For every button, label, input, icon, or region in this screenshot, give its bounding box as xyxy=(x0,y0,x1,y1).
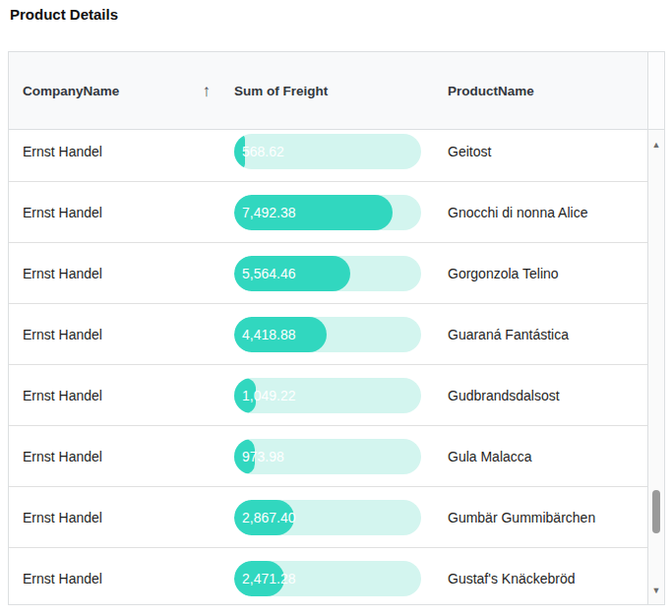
company-cell: Ernst Handel xyxy=(9,510,220,525)
table-row[interactable]: Ernst Handel 973.98 Gula Malacca xyxy=(9,426,647,487)
freight-value: 568.62 xyxy=(242,144,284,159)
freight-value: 1,049.22 xyxy=(242,388,296,403)
header-scroll-spacer xyxy=(647,52,664,129)
company-cell: Ernst Handel xyxy=(9,144,220,159)
product-cell: Gudbrandsdalsost xyxy=(434,388,647,403)
company-cell: Ernst Handel xyxy=(9,327,220,342)
vertical-scrollbar[interactable]: ▲ ▼ xyxy=(647,130,664,604)
column-header-productname[interactable]: ProductName xyxy=(434,84,647,98)
product-cell: Gorgonzola Telino xyxy=(434,266,647,281)
column-header-companyname[interactable]: CompanyName ↑ xyxy=(9,83,220,99)
freight-value: 5,564.46 xyxy=(242,266,296,281)
freight-bar-track: 4,418.88 xyxy=(234,317,421,352)
company-cell: Ernst Handel xyxy=(9,388,220,403)
scroll-up-button[interactable]: ▲ xyxy=(648,140,664,150)
freight-bar-track: 2,867.40 xyxy=(234,500,421,535)
table-row[interactable]: Ernst Handel 2,471.28 Gustaf's Knäckebrö… xyxy=(9,548,647,604)
freight-bar-track: 2,471.28 xyxy=(234,561,421,596)
freight-value: 2,471.28 xyxy=(242,571,296,586)
freight-cell: 5,564.46 xyxy=(220,256,434,291)
freight-bar-track: 5,564.46 xyxy=(234,256,421,291)
freight-cell: 2,867.40 xyxy=(220,500,434,535)
company-cell: Ernst Handel xyxy=(9,571,220,586)
product-cell: Gula Malacca xyxy=(434,449,647,464)
table-row[interactable]: Ernst Handel 5,564.46 Gorgonzola Telino xyxy=(9,243,647,304)
product-cell: Gumbär Gummibärchen xyxy=(434,510,647,525)
scroll-down-button[interactable]: ▼ xyxy=(648,585,664,595)
pivot-grid: CompanyName ↑ Sum of Freight ProductName… xyxy=(8,51,665,605)
freight-cell: 1,049.22 xyxy=(220,378,434,413)
freight-value: 4,418.88 xyxy=(242,327,296,342)
freight-cell: 4,418.88 xyxy=(220,317,434,352)
product-cell: Geitost xyxy=(434,144,647,159)
grid-body: Ernst Handel 568.62 Geitost Ernst Handel… xyxy=(9,130,647,604)
freight-bar-track: 1,049.22 xyxy=(234,378,421,413)
scrollbar-thumb[interactable] xyxy=(652,490,660,533)
grid-header-row: CompanyName ↑ Sum of Freight ProductName xyxy=(9,52,664,130)
freight-value: 7,492.38 xyxy=(242,205,296,220)
freight-bar-track: 973.98 xyxy=(234,439,421,474)
product-cell: Guaraná Fantástica xyxy=(434,327,647,342)
table-row[interactable]: Ernst Handel 568.62 Geitost xyxy=(9,130,647,182)
freight-bar-track: 568.62 xyxy=(234,134,421,169)
freight-cell: 2,471.28 xyxy=(220,561,434,596)
table-row[interactable]: Ernst Handel 7,492.38 Gnocchi di nonna A… xyxy=(9,182,647,243)
table-row[interactable]: Ernst Handel 1,049.22 Gudbrandsdalsost xyxy=(9,365,647,426)
company-cell: Ernst Handel xyxy=(9,449,220,464)
company-cell: Ernst Handel xyxy=(9,266,220,281)
freight-cell: 973.98 xyxy=(220,439,434,474)
column-header-sum-of-freight[interactable]: Sum of Freight xyxy=(220,84,434,98)
sort-ascending-icon[interactable]: ↑ xyxy=(203,83,212,99)
product-cell: Gnocchi di nonna Alice xyxy=(434,205,647,220)
freight-value: 2,867.40 xyxy=(242,510,296,525)
table-row[interactable]: Ernst Handel 4,418.88 Guaraná Fantástica xyxy=(9,304,647,365)
company-cell: Ernst Handel xyxy=(9,205,220,220)
table-row[interactable]: Ernst Handel 2,867.40 Gumbär Gummibärche… xyxy=(9,487,647,548)
product-cell: Gustaf's Knäckebröd xyxy=(434,571,647,586)
column-header-companyname-label: CompanyName xyxy=(23,84,119,98)
grid-viewport: Ernst Handel 568.62 Geitost Ernst Handel… xyxy=(9,130,647,604)
freight-bar-track: 7,492.38 xyxy=(234,195,421,230)
freight-value: 973.98 xyxy=(242,449,284,464)
freight-cell: 7,492.38 xyxy=(220,195,434,230)
page-title: Product Details xyxy=(10,6,118,23)
freight-cell: 568.62 xyxy=(220,134,434,169)
